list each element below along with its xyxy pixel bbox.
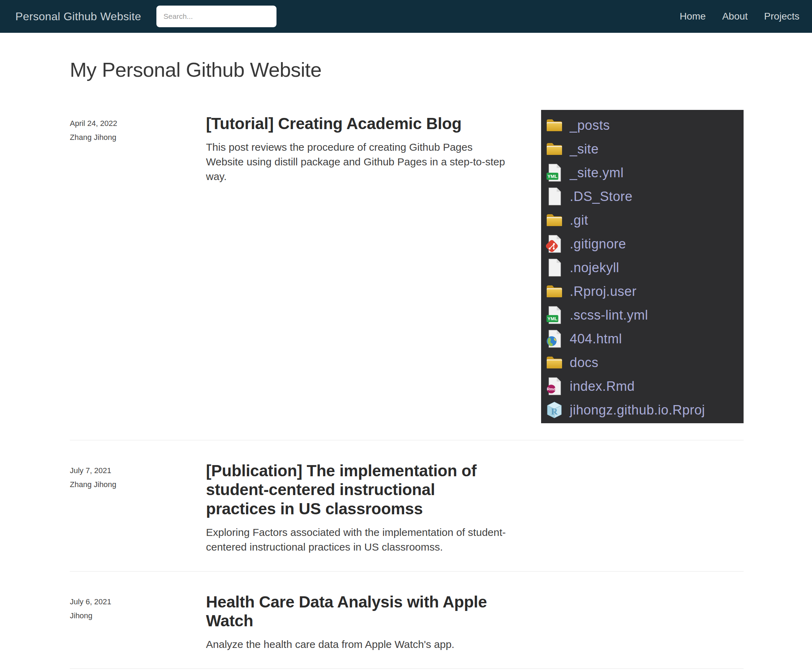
folder-icon xyxy=(546,211,563,230)
file-name: .Rproj.user xyxy=(570,284,636,299)
navbar: Personal Github Website Home About Proje… xyxy=(0,0,812,33)
file-name: docs xyxy=(570,355,598,370)
post-meta: July 7, 2021 Zhang Jihong xyxy=(70,457,206,489)
post-content: [Tutorial] Creating Academic Blog This p… xyxy=(206,110,509,184)
nav-link-projects[interactable]: Projects xyxy=(764,11,799,22)
git-file-icon xyxy=(546,235,563,253)
nav-link-about[interactable]: About xyxy=(722,11,748,22)
yml-file-icon xyxy=(546,306,563,325)
file-row: .nojekyll xyxy=(546,256,744,279)
file-row: 404.html xyxy=(546,327,744,350)
post-meta: July 6, 2021 Jihong xyxy=(70,588,206,620)
file-list: _posts _site _site.yml .DS_Store xyxy=(541,110,744,423)
post-description: Analyze the health care data from Apple … xyxy=(206,637,509,652)
post-title[interactable]: [Publication] The implementation of stud… xyxy=(206,461,509,518)
post-item[interactable]: April 24, 2022 Zhang Jihong [Tutorial] C… xyxy=(70,81,744,440)
file-name: .nojekyll xyxy=(570,260,619,275)
post-meta: April 24, 2022 Zhang Jihong xyxy=(70,110,206,142)
post-description: Exploring Factors associated with the im… xyxy=(206,525,509,555)
nav-link-home[interactable]: Home xyxy=(680,11,706,22)
file-row: .gitignore xyxy=(546,232,744,256)
file-row: _site.yml xyxy=(546,161,744,185)
post-date: April 24, 2022 xyxy=(70,119,206,128)
file-icon xyxy=(546,187,563,206)
file-row: jihongz.github.io.Rproj xyxy=(546,398,744,422)
search-input[interactable] xyxy=(156,5,276,27)
nav-links: Home About Projects xyxy=(680,11,799,22)
html-file-icon xyxy=(546,329,563,348)
folder-icon xyxy=(546,282,563,301)
file-name: .gitignore xyxy=(570,236,626,252)
file-name: _posts xyxy=(570,118,610,133)
file-name: _site xyxy=(570,142,599,157)
post-thumbnail[interactable]: _posts _site _site.yml .DS_Store xyxy=(541,110,744,423)
post-author: Jihong xyxy=(70,611,206,620)
file-name: 404.html xyxy=(570,332,622,347)
file-name: .scss-lint.yml xyxy=(570,308,648,323)
file-row: index.Rmd xyxy=(546,374,744,398)
posts-listing: My Personal Github Website April 24, 202… xyxy=(0,58,812,669)
file-name: .git xyxy=(570,213,588,228)
file-row: docs xyxy=(546,350,744,374)
post-author: Zhang Jihong xyxy=(70,480,206,489)
file-icon xyxy=(546,258,563,277)
post-description: This post reviews the procedure of creat… xyxy=(206,140,509,184)
file-row: _site xyxy=(546,137,744,161)
post-title[interactable]: [Tutorial] Creating Academic Blog xyxy=(206,114,509,133)
file-name: .DS_Store xyxy=(570,189,633,204)
rproj-file-icon xyxy=(546,401,563,419)
file-row: _posts xyxy=(546,113,744,137)
posts-list: April 24, 2022 Zhang Jihong [Tutorial] C… xyxy=(70,81,744,669)
file-name: _site.yml xyxy=(570,165,623,180)
file-row: .scss-lint.yml xyxy=(546,303,744,327)
file-row: .git xyxy=(546,208,744,232)
site-title-link[interactable]: Personal Github Website xyxy=(15,10,141,23)
folder-icon xyxy=(546,140,563,158)
file-row: .Rproj.user xyxy=(546,279,744,303)
file-name: jihongz.github.io.Rproj xyxy=(570,403,705,418)
post-item[interactable]: July 6, 2021 Jihong Health Care Data Ana… xyxy=(70,572,744,669)
post-content: Health Care Data Analysis with Apple Wat… xyxy=(206,588,509,652)
folder-icon xyxy=(546,116,563,135)
post-date: July 7, 2021 xyxy=(70,466,206,475)
post-title[interactable]: Health Care Data Analysis with Apple Wat… xyxy=(206,592,509,631)
file-row: .DS_Store xyxy=(546,185,744,208)
post-content: [Publication] The implementation of stud… xyxy=(206,457,509,555)
yml-file-icon xyxy=(546,163,563,182)
rmd-file-icon xyxy=(546,377,563,396)
post-date: July 6, 2021 xyxy=(70,597,206,606)
post-item[interactable]: July 7, 2021 Zhang Jihong [Publication] … xyxy=(70,440,744,572)
page-title: My Personal Github Website xyxy=(70,58,744,81)
post-author: Zhang Jihong xyxy=(70,133,206,142)
folder-icon xyxy=(546,353,563,372)
file-name: index.Rmd xyxy=(570,379,635,394)
